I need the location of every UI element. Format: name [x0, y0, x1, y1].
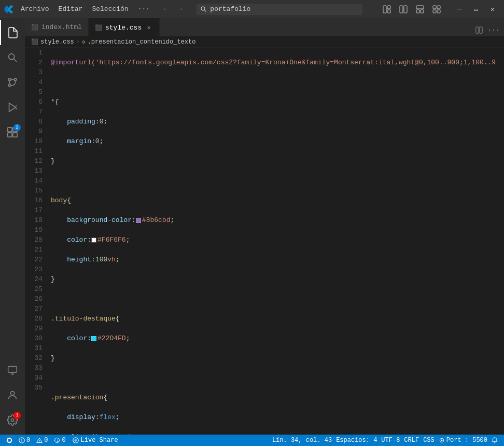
settings-badge: 1 [13, 412, 21, 419]
svg-point-18 [8, 84, 11, 87]
code-editor[interactable]: 12345 678910 1112131415 1617181920 21222… [25, 48, 504, 435]
svg-rect-28 [476, 27, 479, 33]
layout-btn-4[interactable] [429, 2, 444, 17]
status-bell[interactable] [489, 435, 500, 446]
svg-rect-5 [400, 6, 403, 13]
status-warnings[interactable]: 0 [34, 435, 50, 446]
tab-label-html: index.html [41, 23, 82, 31]
status-errors[interactable]: 0 [17, 435, 32, 446]
title-bar-left: Archivo Editar Selección ··· ← → [4, 3, 186, 16]
search-bar[interactable]: portafolio [197, 4, 362, 15]
status-info[interactable]: i 0 [52, 435, 67, 446]
extensions-badge: 2 [13, 124, 21, 131]
tab-style-css[interactable]: ⬛ style.css ✕ [89, 18, 160, 36]
status-spaces[interactable]: Espacios: 4 [334, 435, 379, 446]
menu-editar[interactable]: Editar [54, 3, 87, 15]
code-line-3: *{ [51, 97, 500, 107]
svg-rect-10 [433, 6, 436, 9]
activity-extensions[interactable]: 2 [0, 120, 25, 145]
code-line-13 [51, 294, 500, 304]
status-errors-count: 0 [26, 437, 30, 444]
maximize-button[interactable]: ▭ [469, 2, 483, 17]
menu-more[interactable]: ··· [134, 3, 154, 15]
status-position[interactable]: Lín. 34, col. 43 [270, 435, 334, 446]
status-live-share[interactable]: Live Share [70, 435, 120, 446]
layout-btn-1[interactable] [380, 2, 394, 17]
svg-point-39 [441, 440, 442, 441]
svg-line-1 [204, 10, 206, 11]
tab-right-icons: ··· [473, 24, 504, 36]
activity-search[interactable] [0, 45, 25, 70]
nav-buttons: ← → [159, 3, 186, 16]
svg-rect-24 [13, 133, 17, 137]
tab-close-css[interactable]: ✕ [145, 23, 153, 32]
svg-rect-4 [387, 10, 390, 13]
activity-source-control[interactable] [0, 70, 25, 95]
status-language[interactable]: CSS [421, 435, 437, 446]
status-encoding-text: UTF-8 [381, 437, 400, 444]
code-line-4: padding: 0; [51, 117, 500, 127]
vscode-logo [4, 5, 13, 14]
layout-btn-3[interactable] [413, 2, 427, 17]
tab-icon-html: ⬛ [31, 24, 38, 31]
svg-rect-29 [480, 27, 482, 33]
status-eol-text: CRLF [404, 437, 419, 444]
color-swatch-9 [136, 218, 141, 223]
svg-point-27 [11, 419, 14, 422]
breadcrumb: ⬛ style.css › ◇ .presentacion_contenido_… [25, 36, 504, 48]
editor-area: ⬛ index.html ⬛ style.css ✕ ··· ⬛ style.c… [25, 18, 504, 435]
code-line-11: height: 100vh; [51, 255, 500, 264]
tab-label-css: style.css [105, 24, 142, 32]
close-button[interactable]: ✕ [485, 2, 500, 17]
status-live-share-label: Live Share [81, 437, 118, 444]
nav-back[interactable]: ← [159, 3, 172, 16]
layout-btn-2[interactable] [396, 2, 411, 17]
status-language-text: CSS [423, 437, 435, 444]
breadcrumb-sep: › [76, 38, 80, 46]
tab-index-html[interactable]: ⬛ index.html [25, 18, 89, 36]
color-swatch-15 [91, 336, 96, 341]
svg-point-26 [10, 392, 14, 395]
svg-rect-11 [437, 6, 440, 9]
svg-rect-8 [416, 10, 419, 13]
status-port-text: Port : 5500 [446, 437, 487, 444]
main-layout: 2 1 ⬛ index.html ⬛ style.css [0, 18, 504, 435]
split-editor-icon[interactable] [473, 24, 485, 36]
svg-rect-3 [387, 6, 390, 9]
status-encoding[interactable]: UTF-8 [379, 435, 402, 446]
svg-rect-25 [8, 367, 17, 373]
activity-bar-bottom: 1 [0, 358, 25, 433]
breadcrumb-file[interactable]: style.css [40, 38, 74, 46]
activity-explorer[interactable] [0, 20, 25, 45]
activity-accounts[interactable] [0, 383, 25, 408]
svg-rect-12 [433, 10, 436, 13]
svg-point-32 [21, 441, 22, 442]
activity-remote[interactable] [0, 358, 25, 383]
svg-rect-13 [437, 10, 440, 13]
status-eol[interactable]: CRLF [402, 435, 421, 446]
svg-rect-2 [383, 6, 386, 13]
more-actions-icon[interactable]: ··· [487, 24, 500, 36]
nav-forward[interactable]: → [174, 3, 186, 16]
line-numbers: 12345 678910 1112131415 1617181920 21222… [25, 48, 47, 435]
activity-run[interactable] [0, 95, 25, 120]
activity-bar: 2 1 [0, 18, 25, 435]
breadcrumb-selector[interactable]: .presentacion_contenido_texto [88, 38, 196, 46]
status-remote[interactable] [4, 435, 15, 446]
minimize-button[interactable]: — [452, 2, 467, 17]
svg-text:i: i [57, 439, 59, 443]
code-line-6: } [51, 156, 500, 166]
status-port[interactable]: Port : 5500 [437, 435, 489, 446]
menu-archivo[interactable]: Archivo [17, 3, 53, 15]
svg-rect-21 [8, 128, 12, 132]
svg-rect-7 [416, 6, 424, 9]
menu-seleccion[interactable]: Selección [88, 3, 132, 15]
search-text: portafolio [210, 5, 250, 13]
activity-settings[interactable]: 1 [0, 408, 25, 433]
code-line-10: color: #F6F6F6; [51, 235, 500, 245]
code-line-8: body{ [51, 196, 500, 205]
code-content[interactable]: @import url('https://fonts.googleapis.co… [47, 48, 504, 435]
svg-line-15 [14, 59, 17, 62]
code-line-17 [51, 373, 500, 383]
code-line-15: color: #22D4FD; [51, 333, 500, 343]
